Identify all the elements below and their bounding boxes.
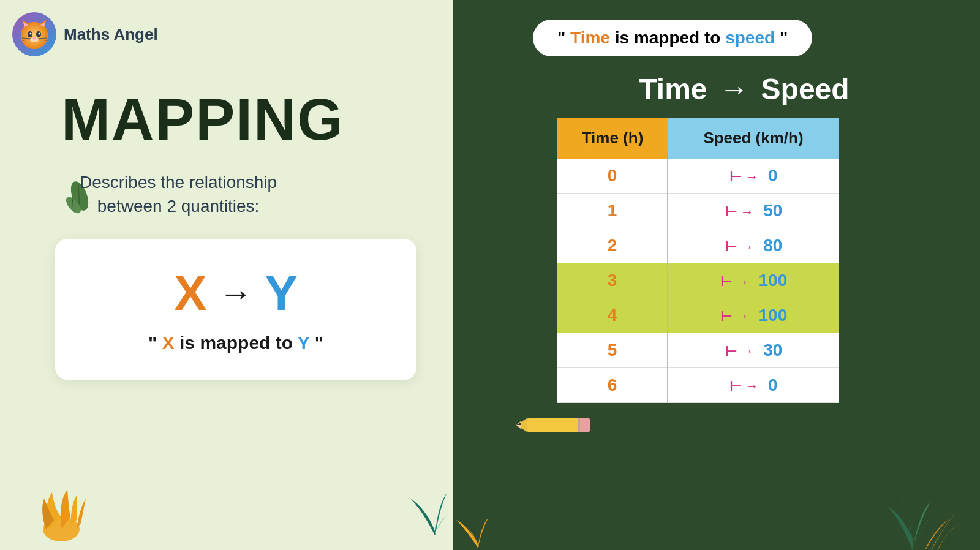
mapping-arrow: ⊢ → [720,309,749,325]
header-speed: Speed [761,72,850,106]
mapping-arrow: ⊢ → [725,204,754,220]
arrow-speed-cell: ⊢ → 30 [668,333,839,368]
mapping-arrow: ⊢ → [729,379,758,394]
arrow-speed-cell: ⊢ → 0 [668,159,839,194]
time-cell: 4 [557,298,668,333]
mapping-arrow: ⊢ → [720,274,749,290]
col-speed-header: Speed (km/h) [668,118,839,159]
speed-value: 80 [763,236,782,255]
formula-arrow: → [219,274,253,313]
y-variable: Y [265,265,298,322]
table-row: 1⊢ → 50 [557,194,839,228]
time-cell: 0 [557,159,668,194]
xy-quote: " X is mapped to Y " [148,333,323,353]
svg-point-15 [30,37,39,42]
time-cell: 2 [557,228,668,263]
speed-value: 0 [768,375,778,394]
speed-value: 50 [763,201,782,220]
table-row: 3⊢ → 100 [557,263,839,298]
arrow-speed-cell: ⊢ → 0 [668,368,839,403]
pencil-decoration [514,409,588,440]
svg-point-9 [39,33,40,35]
speed-value: 100 [758,271,787,290]
speed-value: 0 [768,166,778,185]
logo-area: Maths Angel [12,12,158,56]
header-time: Time [639,72,707,106]
orange-plant-bottom [447,486,508,550]
xy-mapping-box: X → Y " X is mapped to Y " [55,239,417,380]
description-text: Describes the relationship between 2 qua… [80,170,277,218]
header-arrow: → [720,72,749,106]
quote-speed-word: speed [725,28,775,47]
speed-value: 100 [758,306,787,325]
table-row: 6⊢ → 0 [557,368,839,403]
table-row: 2⊢ → 80 [557,228,839,263]
logo-icon [12,12,56,56]
arrow-speed-cell: ⊢ → 80 [668,228,839,263]
svg-rect-22 [579,418,590,432]
mapping-arrow: ⊢ → [729,169,758,185]
time-cell: 1 [557,194,668,228]
quote-box: " Time is mapped to speed " [533,20,812,56]
mapping-arrow: ⊢ → [725,239,754,255]
table-row: 0⊢ → 0 [557,159,839,194]
xy-formula: X → Y [174,265,298,322]
mapping-arrow: ⊢ → [725,344,754,360]
table-row: 5⊢ → 30 [557,333,839,368]
arrow-speed-cell: ⊢ → 100 [668,298,839,333]
quote-time-word: Time [570,28,610,47]
speed-value: 30 [763,341,782,360]
time-cell: 6 [557,368,668,403]
svg-point-8 [30,33,32,35]
svg-rect-23 [578,418,580,432]
time-cell: 3 [557,263,668,298]
arrow-speed-cell: ⊢ → 100 [668,263,839,298]
time-cell: 5 [557,333,668,368]
bottom-plants-right [851,458,974,550]
col-time-header: Time (h) [557,118,668,159]
time-speed-header: Time → Speed [533,72,956,106]
table-row: 4⊢ → 100 [557,298,839,333]
page-title: MAPPING [61,86,344,153]
x-variable: X [174,265,206,322]
logo-text: Maths Angel [64,25,158,44]
bottom-plants-left [37,468,129,550]
arrow-speed-cell: ⊢ → 50 [668,194,839,228]
svg-rect-21 [527,418,579,432]
mapping-table: Time (h) Speed (km/h) 0⊢ → 01⊢ → 502⊢ → … [557,118,839,403]
